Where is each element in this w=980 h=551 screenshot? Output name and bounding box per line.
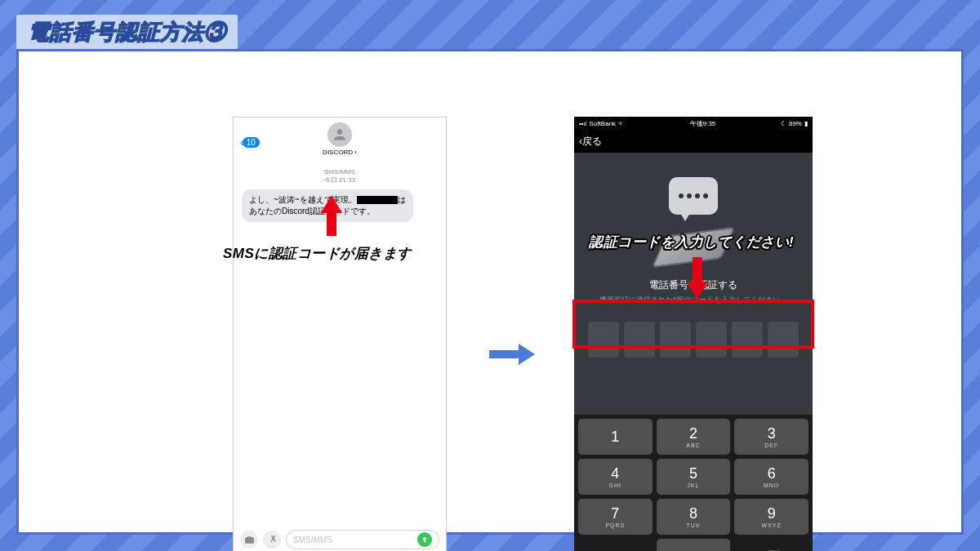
signal-icon: ••ıl (579, 120, 587, 127)
battery-icon: ▮ (804, 120, 808, 127)
redacted-code (357, 196, 398, 204)
code-digit-3[interactable] (660, 322, 691, 358)
send-button[interactable] (417, 532, 432, 547)
phone-messages-screenshot: ‹ 10 DISCORD › SMS/MMS 今日 21:33 よし、~波涛~を… (233, 117, 447, 551)
person-icon (332, 127, 348, 143)
arrow-right-icon (489, 344, 535, 365)
key-9[interactable]: 9WXYZ (734, 499, 808, 535)
key-3[interactable]: 3DEF (734, 419, 808, 455)
key-backspace[interactable] (734, 539, 808, 551)
messages-back-button[interactable]: ‹ 10 (240, 136, 260, 149)
phone-discord-screenshot: ••ıl SoftBank ᯤ 午後9:35 ☾ 89% ▮ ‹ 戻る 電話番号… (574, 117, 813, 551)
key-6[interactable]: 6MNO (734, 459, 808, 495)
arrow-up-icon (321, 195, 342, 236)
message-meta: SMS/MMS 今日 21:33 (242, 168, 438, 184)
arrow-down-icon (687, 257, 708, 300)
content-panel: ‹ 10 DISCORD › SMS/MMS 今日 21:33 よし、~波涛~を… (16, 49, 964, 535)
key-1[interactable]: 1 (578, 419, 653, 455)
camera-button[interactable] (240, 531, 258, 549)
key-5[interactable]: 5JKL (657, 459, 731, 495)
key-symbols[interactable]: + * # (578, 539, 653, 551)
message-input-bar: SMS/MMS (234, 526, 446, 551)
code-input-row[interactable] (583, 317, 804, 362)
code-digit-1[interactable] (588, 322, 619, 358)
code-digit-4[interactable] (696, 322, 727, 358)
contact-name[interactable]: DISCORD › (323, 149, 357, 156)
tutorial-title-chip: 電話番号認証方法③ (16, 15, 238, 51)
code-digit-5[interactable] (732, 322, 763, 358)
camera-icon (244, 535, 255, 545)
contact-avatar[interactable] (327, 122, 352, 147)
appstore-button[interactable] (263, 531, 281, 549)
arrow-up-icon (421, 535, 429, 544)
discord-back-button[interactable]: ‹ 戻る (574, 130, 813, 153)
status-bar: ••ıl SoftBank ᯤ 午後9:35 ☾ 89% ▮ (574, 117, 813, 130)
speech-bubble-icon (669, 177, 718, 215)
annotation-enter-code: 認証コードを入力してください! (589, 233, 794, 251)
code-digit-6[interactable] (768, 322, 799, 358)
numeric-keypad: 1 2ABC 3DEF 4GHI 5JKL 6MNO 7PQRS 8TUV 9W… (574, 415, 813, 551)
key-4[interactable]: 4GHI (578, 459, 653, 495)
key-8[interactable]: 8TUV (657, 499, 731, 535)
annotation-sms-arrives: SMSに認証コードが届きます (223, 244, 412, 263)
tutorial-title: 電話番号認証方法③ (28, 20, 226, 44)
message-placeholder: SMS/MMS (293, 535, 332, 544)
code-digit-2[interactable] (624, 322, 655, 358)
battery-label: 89% (789, 120, 802, 127)
status-time: 午後9:35 (690, 119, 716, 128)
key-0[interactable]: 0 (657, 539, 731, 551)
carrier-label: SoftBank (590, 120, 616, 127)
appstore-icon (267, 535, 278, 545)
key-2[interactable]: 2ABC (657, 419, 731, 455)
dnd-icon: ☾ (781, 120, 786, 127)
unread-count-badge: 10 (243, 137, 260, 148)
messages-header: ‹ 10 DISCORD › (234, 118, 446, 163)
message-text-field[interactable]: SMS/MMS (286, 530, 439, 549)
wifi-icon: ᯤ (618, 120, 625, 127)
key-7[interactable]: 7PQRS (578, 499, 653, 535)
